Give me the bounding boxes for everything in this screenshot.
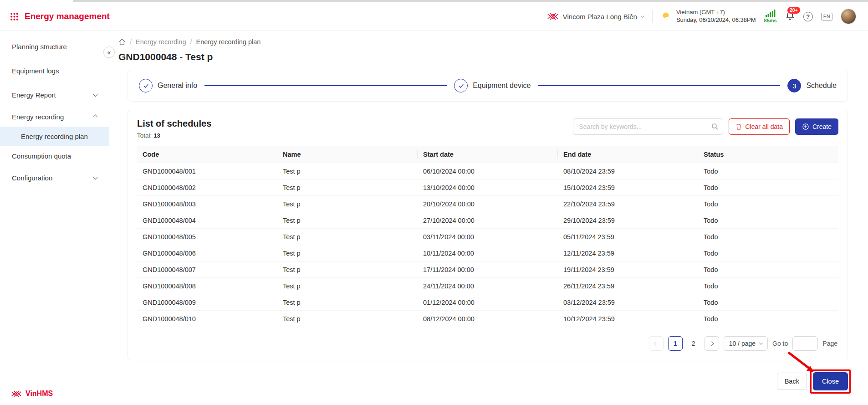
sidebar-item-planning-structure[interactable]: Planning structure	[0, 35, 109, 59]
notifications-button[interactable]: 20+	[785, 10, 795, 23]
pagination-prev-button[interactable]	[649, 336, 664, 351]
header-divider	[652, 10, 653, 23]
cell-status: Todo	[698, 294, 838, 311]
clear-all-data-button[interactable]: Clear all data	[729, 118, 790, 135]
search-input[interactable]	[573, 118, 723, 135]
user-avatar[interactable]	[841, 9, 856, 24]
sidebar-item-equipment-logs[interactable]: Equipment logs	[0, 59, 109, 83]
pagination: 1 2 10 / page Go to Page	[137, 334, 838, 354]
trash-icon	[735, 123, 742, 130]
schedules-card: List of schedules Total: 13	[128, 110, 848, 360]
total-count: Total: 13	[137, 132, 211, 139]
chevron-right-icon	[710, 341, 714, 346]
page-label: Page	[822, 340, 837, 347]
site-selector[interactable]: Vincom Plaza Long Biên	[547, 12, 644, 21]
notification-badge: 20+	[787, 6, 801, 14]
cell-start-date: 13/10/2024 00:00	[418, 179, 558, 196]
help-button[interactable]: ?	[803, 12, 813, 21]
app-title: Energy management	[25, 11, 110, 21]
cell-name: Test p	[277, 163, 418, 179]
cell-name: Test p	[277, 261, 418, 278]
close-button[interactable]: Close	[813, 372, 848, 390]
pagination-next-button[interactable]	[705, 336, 719, 351]
goto-label: Go to	[772, 340, 788, 347]
step-equipment-device[interactable]: Equipment device	[454, 79, 531, 92]
step-connector	[538, 85, 780, 86]
cell-code: GND1000048/005	[137, 229, 277, 245]
cell-status: Todo	[698, 261, 838, 278]
cell-end-date: 12/11/2024 23:59	[558, 245, 698, 261]
cell-name: Test p	[277, 196, 418, 212]
step-connector	[204, 85, 447, 86]
cell-start-date: 06/10/2024 00:00	[418, 163, 558, 179]
pagination-page-2[interactable]: 2	[687, 336, 700, 351]
cell-status: Todo	[698, 311, 838, 327]
sidebar-item-energy-recording[interactable]: Energy recording	[0, 107, 109, 127]
table-row: GND1000048/004 Test p 27/10/2024 00:00 2…	[137, 212, 838, 229]
wizard-footer: Back Close	[128, 372, 848, 390]
chevron-up-icon	[93, 115, 98, 119]
brand-name: VinHMS	[26, 390, 53, 398]
main-content: « / Energy recording / Energy recording …	[109, 31, 868, 405]
breadcrumb: / Energy recording / Energy recording pl…	[118, 38, 848, 46]
cell-name: Test p	[277, 278, 418, 294]
create-button[interactable]: Create	[795, 118, 838, 135]
chevron-down-icon	[93, 175, 98, 179]
sidebar-collapse-button[interactable]: «	[103, 46, 115, 58]
column-status: Status	[698, 146, 838, 163]
cell-code: GND1000048/006	[137, 245, 277, 261]
cell-end-date: 22/10/2024 23:59	[558, 196, 698, 212]
breadcrumb-separator: /	[130, 38, 132, 46]
cell-start-date: 17/11/2024 00:00	[418, 261, 558, 278]
table-row: GND1000048/007 Test p 17/11/2024 00:00 1…	[137, 261, 838, 278]
cell-name: Test p	[277, 229, 418, 245]
step-check-icon	[454, 79, 468, 92]
home-icon[interactable]	[118, 38, 126, 46]
table-row: GND1000048/001 Test p 06/10/2024 00:00 0…	[137, 163, 838, 179]
cell-end-date: 10/12/2024 23:59	[558, 311, 698, 327]
cell-status: Todo	[698, 212, 838, 229]
cell-name: Test p	[277, 212, 418, 229]
chevron-down-icon	[93, 92, 98, 97]
signal-bars-icon	[766, 10, 776, 17]
language-selector[interactable]: EN	[821, 13, 832, 21]
cell-code: GND1000048/010	[137, 311, 277, 327]
goto-page-input[interactable]	[792, 336, 818, 351]
chevron-left-icon	[654, 341, 659, 346]
sidebar-item-energy-report[interactable]: Energy Report	[0, 83, 109, 107]
table-row: GND1000048/006 Test p 10/11/2024 00:00 1…	[137, 245, 838, 261]
sidebar: Planning structure Equipment logs Energy…	[0, 31, 109, 405]
sidebar-item-energy-recording-plan[interactable]: Energy recording plan	[0, 127, 109, 146]
datetime-widget[interactable]: Vietnam (GMT +7) Sunday, 06/10/2024, 06:…	[661, 9, 756, 24]
step-general-info[interactable]: General info	[139, 79, 197, 92]
schedules-table: Code Name Start date End date Status GND…	[137, 146, 838, 327]
sidebar-item-configuration[interactable]: Configuration	[0, 166, 109, 190]
table-row: GND1000048/005 Test p 03/11/2024 00:00 0…	[137, 229, 838, 245]
cell-status: Todo	[698, 245, 838, 261]
back-button[interactable]: Back	[777, 373, 807, 390]
vincom-logo-icon	[547, 12, 559, 21]
cell-name: Test p	[277, 311, 418, 327]
cell-end-date: 15/10/2024 23:59	[558, 179, 698, 196]
sidebar-item-consumption-quota[interactable]: Consumption quota	[0, 146, 109, 166]
cell-end-date: 08/10/2024 23:59	[558, 163, 698, 179]
cell-status: Todo	[698, 278, 838, 294]
latency-label: 85ms	[764, 18, 777, 23]
page-size-select[interactable]: 10 / page	[724, 336, 768, 351]
site-name: Vincom Plaza Long Biên	[563, 13, 637, 21]
breadcrumb-separator: /	[190, 38, 192, 46]
breadcrumb-energy-recording-plan[interactable]: Energy recording plan	[196, 38, 260, 46]
app-grid-icon[interactable]	[10, 12, 19, 21]
step-schedule[interactable]: 3 Schedule	[787, 79, 837, 92]
total-value: 13	[153, 132, 160, 139]
datetime-label: Sunday, 06/10/2024, 06:38PM	[676, 16, 756, 24]
pagination-page-1[interactable]: 1	[668, 336, 683, 351]
step-number: 3	[787, 79, 801, 92]
page-title: GND1000048 - Test p	[118, 51, 848, 62]
cell-code: GND1000048/003	[137, 196, 277, 212]
cell-end-date: 29/10/2024 23:59	[558, 212, 698, 229]
search-icon[interactable]	[711, 123, 719, 132]
breadcrumb-energy-recording[interactable]: Energy recording	[136, 38, 186, 46]
list-title: List of schedules	[137, 118, 211, 129]
chevron-down-icon	[641, 14, 644, 17]
